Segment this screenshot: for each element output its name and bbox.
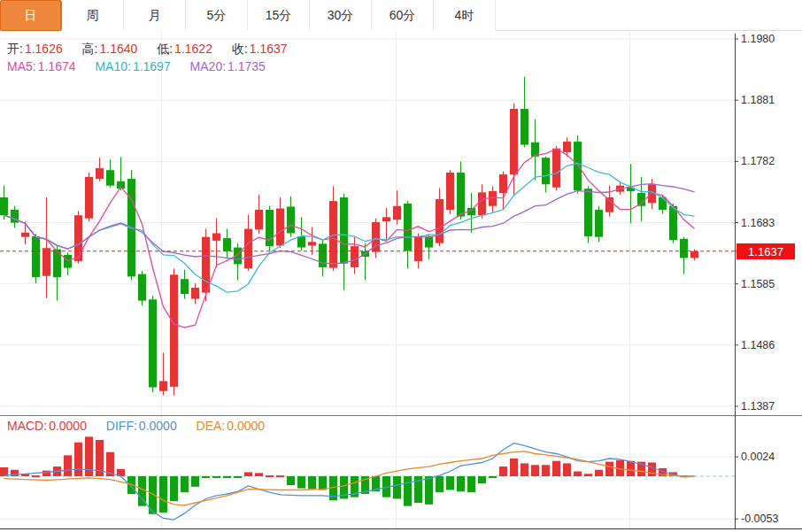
tab-week[interactable]: 周: [62, 0, 124, 31]
tab-5min[interactable]: 5分: [186, 0, 248, 31]
ma5-value: 1.1674: [38, 59, 76, 73]
tab-label: 日: [25, 8, 37, 24]
tab-15min[interactable]: 15分: [248, 0, 310, 31]
tab-day[interactable]: 日: [0, 0, 62, 31]
low-value: 1.1622: [174, 42, 212, 56]
tab-label: 周: [87, 8, 99, 24]
macd-legend: MACD:0.0000 DIFF:0.0000 DEA:0.0000: [7, 419, 266, 433]
y-axis-label: 1.1683: [741, 217, 775, 229]
macd-histogram: [0, 436, 688, 513]
open-value: 1.1626: [25, 42, 63, 56]
y-axis-label: 1.1486: [741, 339, 775, 351]
tab-label: 5分: [207, 8, 227, 24]
low-label: 低:: [157, 42, 173, 56]
tab-label: 月: [149, 8, 161, 24]
ma10-label: MA10:: [95, 59, 130, 73]
ma20-label: MA20:: [190, 59, 226, 73]
y-axis-label: 1.1881: [741, 94, 775, 106]
high-label: 高:: [82, 42, 98, 56]
ohlc-legend: 开:1.1626 高:1.1640 低:1.1622 收:1.1637: [7, 42, 289, 58]
current-price-value: 1.1637: [748, 245, 783, 258]
y-axis-label: 1.1980: [741, 33, 775, 45]
open-label: 开:: [7, 42, 23, 56]
timeframe-tab-bar: 日 周 月 5分 15分 30分 60分 4时: [0, 0, 802, 31]
high-value: 1.1640: [100, 42, 138, 56]
y-axis-label: -0.0053: [741, 513, 778, 525]
macd-value: 0.0000: [49, 419, 87, 433]
y-axis-label: 1.1782: [741, 155, 775, 167]
tabbar-filler: [496, 0, 802, 30]
y-axis-label: 1.1585: [741, 278, 775, 290]
tab-label: 15分: [266, 8, 292, 24]
tab-4hour[interactable]: 4时: [434, 0, 496, 31]
diff-value: 0.0000: [139, 419, 177, 433]
current-price-tag: 1.1637: [736, 243, 795, 259]
y-axis-labels: 1.19801.18811.17821.16831.15851.14861.13…: [735, 33, 778, 525]
macd-label: MACD:: [7, 419, 47, 433]
ma10-value: 1.1697: [133, 59, 171, 73]
y-axis-label: 0.0024: [741, 451, 775, 463]
ma5-label: MA5:: [7, 59, 36, 73]
tab-label: 30分: [328, 8, 354, 24]
tab-month[interactable]: 月: [124, 0, 186, 31]
tab-label: 4时: [455, 8, 474, 24]
tab-60min[interactable]: 60分: [372, 0, 434, 31]
tab-30min[interactable]: 30分: [310, 0, 372, 31]
ma20-value: 1.1735: [227, 59, 266, 73]
candlestick-chart[interactable]: 1.19801.18811.17821.16831.15851.14861.13…: [0, 0, 802, 532]
ma-legend: MA5:1.1674 MA10:1.1697 MA20:1.1735: [7, 59, 267, 73]
dea-value: 0.0000: [227, 419, 265, 433]
tab-label: 60分: [389, 8, 416, 24]
close-value: 1.1637: [250, 42, 288, 56]
chart-svg: 1.19801.18811.17821.16831.15851.14861.13…: [0, 0, 802, 532]
close-label: 收:: [232, 42, 248, 56]
diff-label: DIFF:: [106, 419, 137, 433]
y-axis-label: 1.1387: [741, 400, 775, 412]
dea-label: DEA:: [197, 419, 226, 433]
trading-chart-page: { "tabs": { "items": [ {"label": "日", "a…: [0, 0, 802, 532]
